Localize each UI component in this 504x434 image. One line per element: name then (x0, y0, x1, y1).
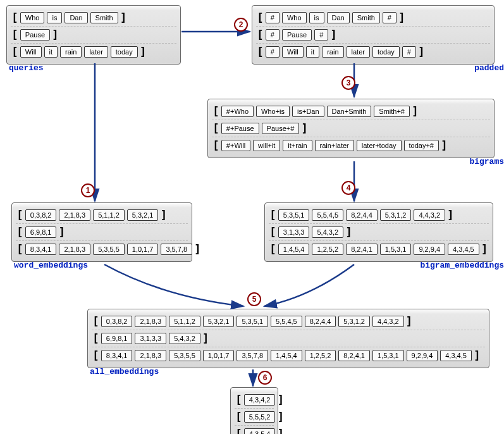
table-row: [0,3,8,22,1,8,35,1,1,25,3,2,15,3,5,15,5,… (92, 316, 485, 327)
bigram-embeddings-block: [5,3,5,15,5,4,58,2,4,45,3,1,24,4,3,2] [3… (264, 202, 493, 262)
table-row: [4,3,5,4] (235, 425, 274, 434)
table-row: [#WhoisDanSmith#] (256, 12, 490, 23)
padded-label: padded (474, 63, 504, 73)
table-row: [5,5,5,2] (235, 408, 274, 423)
bigrams-label: bigrams (469, 157, 504, 166)
word-embeddings-label: word_embeddings (14, 261, 88, 270)
table-row: [Pause] (11, 26, 176, 40)
step-5-icon: 5 (247, 292, 261, 306)
step-3-icon: 3 (341, 76, 355, 90)
word-embeddings-block: [0,3,8,22,1,8,35,1,1,25,3,2,1] [6,9,8,1]… (11, 202, 192, 262)
table-row: [Willitrainlatertoday] (11, 43, 176, 58)
table-row: [3,1,3,35,4,3,2] (269, 223, 489, 238)
table-row: [8,3,4,12,1,8,35,3,5,51,0,1,73,5,7,8] (16, 240, 188, 255)
table-row: [6,9,8,13,1,3,35,4,3,2] (92, 330, 485, 344)
bigram-embeddings-label: bigram_embeddings (420, 261, 504, 270)
queries-block: [WhoisDanSmith] [Pause] [Willitrainlater… (6, 5, 181, 65)
table-row: [#Pause#] (256, 26, 490, 40)
table-row: [#+PausePause+#] (212, 120, 490, 134)
step-2-icon: 2 (234, 18, 248, 32)
table-row: [4,3,4,2] (235, 394, 274, 406)
queries-label: queries (9, 63, 44, 73)
step-6-icon: 6 (258, 371, 272, 385)
avg-embedding-block: [4,3,4,2] [5,5,5,2] [4,3,5,4] (230, 387, 278, 434)
table-row: [#+Willwill+itit+rainrain+laterlater+tod… (212, 137, 490, 151)
all-embeddings-block: [0,3,8,22,1,8,35,1,1,25,3,2,15,3,5,15,5,… (87, 309, 489, 368)
step-1-icon: 1 (81, 183, 95, 197)
table-row: [#+WhoWho+isis+DanDan+SmithSmith+#] (212, 106, 490, 117)
padded-block: [#WhoisDanSmith#] [#Pause#] [#Willitrain… (252, 5, 495, 65)
table-row: [WhoisDanSmith] (11, 12, 176, 23)
table-row: [8,3,4,12,1,8,35,3,5,51,0,1,73,5,7,81,4,… (92, 347, 485, 361)
all-embeddings-label: all_embeddings (90, 367, 159, 376)
table-row: [1,4,5,41,2,5,28,2,4,11,5,3,19,2,9,44,3,… (269, 240, 489, 255)
step-4-icon: 4 (341, 181, 355, 195)
table-row: [5,3,5,15,5,4,58,2,4,45,3,1,24,4,3,2] (269, 209, 489, 221)
table-row: [0,3,8,22,1,8,35,1,1,25,3,2,1] (16, 209, 188, 221)
bigrams-block: [#+WhoWho+isis+DanDan+SmithSmith+#] [#+P… (207, 99, 495, 158)
table-row: [#Willitrainlatertoday#] (256, 43, 490, 58)
table-row: [6,9,8,1] (16, 223, 188, 238)
